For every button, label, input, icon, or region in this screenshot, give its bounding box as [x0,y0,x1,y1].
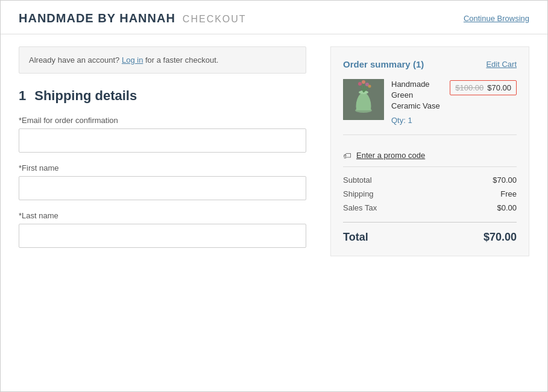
shipping-section-title: 1 Shipping details [19,88,306,104]
account-notice-text-before: Already have an account? [29,55,119,65]
total-label: Total [343,231,368,244]
brand-name: HANDMADE BY HANNAH [19,11,175,25]
tax-value: $0.00 [497,203,517,212]
last-name-input[interactable] [19,224,306,248]
login-link[interactable]: Log in [122,55,143,65]
email-input[interactable] [19,128,306,153]
header: HANDMADE BY HANNAH CHECKOUT Continue Bro… [1,1,547,34]
checkout-label: CHECKOUT [183,14,247,25]
original-price: $100.00 [455,83,483,92]
email-field-group: *Email for order confirmation [19,116,306,153]
tax-row: Sales Tax $0.00 [343,203,517,212]
last-name-label: *Last name [19,211,306,220]
product-details: Handmade Green Ceramic Vase Qty: 1 [391,79,442,125]
order-summary-title: Order summary (1) [343,59,424,69]
svg-point-7 [358,82,362,86]
first-name-label: *First name [19,163,306,172]
product-name: Handmade Green Ceramic Vase [391,79,442,112]
tax-label: Sales Tax [343,203,377,212]
price-breakdown: Subtotal $70.00 Shipping Free Sales Tax … [343,175,517,212]
promo-link[interactable]: Enter a promo code [356,151,425,160]
order-summary-panel: Order summary (1) Edit Cart [330,46,529,256]
promo-section: 🏷 Enter a promo code [343,145,517,167]
continue-browsing-link[interactable]: Continue Browsing [464,14,529,23]
product-image [343,79,384,120]
subtotal-row: Subtotal $70.00 [343,175,517,185]
promo-icon: 🏷 [343,151,351,160]
account-notice: Already have an account? Log in for a fa… [19,46,306,74]
last-name-field-group: *Last name [19,211,306,248]
section-title-text: Shipping details [34,88,137,104]
shipping-row: Shipping Free [343,189,517,198]
svg-point-10 [368,85,371,88]
product-qty: Qty: 1 [391,116,442,125]
left-column: Already have an account? Log in for a fa… [19,46,330,259]
total-value: $70.00 [483,231,517,244]
shipping-label: Shipping [343,189,374,198]
order-summary-header: Order summary (1) Edit Cart [343,59,517,69]
order-item: Handmade Green Ceramic Vase Qty: 1 $100.… [343,79,517,135]
account-notice-text-after: for a faster checkout. [145,55,218,65]
section-number: 1 [19,88,26,104]
price-box: $100.00 $70.00 [450,80,517,95]
main-content: Already have an account? Log in for a fa… [1,34,547,271]
header-left: HANDMADE BY HANNAH CHECKOUT [19,11,247,25]
order-item-right: $100.00 $70.00 [450,79,517,125]
subtotal-label: Subtotal [343,175,372,185]
page-wrapper: HANDMADE BY HANNAH CHECKOUT Continue Bro… [0,0,548,392]
edit-cart-link[interactable]: Edit Cart [486,60,517,69]
sale-price: $70.00 [487,83,511,92]
first-name-input[interactable] [19,176,306,200]
total-row: Total $70.00 [343,222,517,244]
svg-point-8 [362,80,365,84]
email-label: *Email for order confirmation [19,116,306,125]
first-name-field-group: *First name [19,163,306,200]
shipping-value: Free [500,189,517,198]
product-qty-value: 1 [408,116,412,125]
subtotal-value: $70.00 [493,175,517,185]
